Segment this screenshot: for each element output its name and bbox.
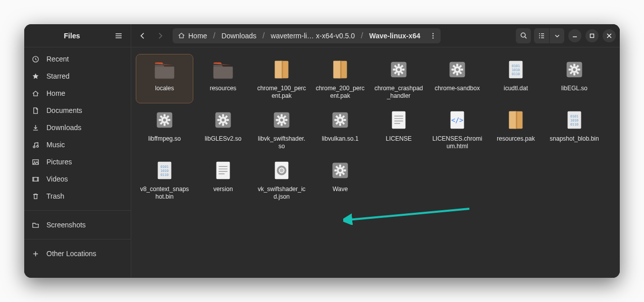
file-label: libffmpeg.so <box>148 135 181 150</box>
svg-rect-122 <box>344 169 346 171</box>
svg-rect-27 <box>393 69 396 71</box>
sidebar-item-starred[interactable]: Starred <box>24 68 131 85</box>
svg-rect-95 <box>339 124 341 126</box>
sidebar-item-recent[interactable]: Recent <box>24 50 131 68</box>
svg-rect-73 <box>222 124 224 126</box>
hamburger-button[interactable] <box>112 29 126 43</box>
file-item[interactable]: libGLESv2.so <box>195 105 251 153</box>
maximize-button[interactable] <box>585 29 599 42</box>
sidebar-item-label: Screenshots <box>46 221 86 229</box>
svg-rect-36 <box>456 73 458 76</box>
package-icon <box>328 57 352 82</box>
chevron-left-icon <box>139 32 146 39</box>
svg-point-7 <box>433 35 434 36</box>
minimize-button[interactable] <box>568 29 581 42</box>
sidebar-item-label: Recent <box>46 55 69 63</box>
gear-icon <box>562 57 586 82</box>
star-icon <box>31 72 39 80</box>
svg-rect-86 <box>276 119 279 121</box>
svg-rect-10 <box>591 34 594 37</box>
file-item[interactable]: 010110100110 icudtl.dat <box>488 54 544 103</box>
svg-rect-12 <box>213 67 233 78</box>
file-item[interactable]: resources <box>195 54 251 103</box>
sidebar-item-label: Trash <box>46 192 64 200</box>
breadcrumb-segment[interactable]: Downloads <box>217 28 261 43</box>
binary-icon: 010110100110 <box>504 57 528 82</box>
sidebar-item-label: Home <box>46 89 65 97</box>
chevron-down-icon <box>554 33 560 39</box>
file-item[interactable]: libffmpeg.so <box>136 105 193 153</box>
file-item[interactable]: Wave <box>312 155 368 204</box>
binary-icon: 010110100110 <box>152 158 177 183</box>
file-label: libvk_swiftshader.so <box>256 135 307 150</box>
file-item[interactable]: chrome_200_percent.pak <box>312 54 368 103</box>
sidebar-item-pictures[interactable]: Pictures <box>24 153 131 170</box>
file-item[interactable]: version <box>195 155 251 204</box>
svg-line-129 <box>348 209 469 220</box>
svg-point-2 <box>36 145 38 147</box>
file-area[interactable]: locales resources chrome_100_percent.pak… <box>131 47 620 278</box>
sidebar-item-trash[interactable]: Trash <box>24 188 131 205</box>
view-switcher <box>534 28 564 43</box>
close-button[interactable] <box>603 29 616 42</box>
file-item[interactable]: LICENSE <box>370 105 427 153</box>
sidebar-item-home[interactable]: Home <box>24 85 131 102</box>
file-item[interactable]: chrome_100_percent.pak <box>253 54 310 103</box>
breadcrumb-segment[interactable]: waveterm-li… x-x64-v0.5.0 <box>266 28 360 43</box>
svg-rect-32 <box>456 64 458 67</box>
file-item[interactable]: libEGL.so <box>546 54 603 103</box>
view-list-button[interactable] <box>534 28 549 43</box>
document-icon <box>31 106 39 114</box>
file-item[interactable]: chrome_crashpad_handler <box>370 54 427 103</box>
file-item[interactable]: libvulkan.so.1 <box>312 105 368 153</box>
svg-rect-34 <box>461 69 463 71</box>
breadcrumb-label: Wave-linux-x64 <box>369 32 420 40</box>
file-item[interactable]: resources.pak <box>488 105 544 153</box>
file-label: resources <box>210 85 237 100</box>
svg-rect-100 <box>392 111 406 129</box>
sidebar-item-screenshots[interactable]: Screenshots <box>24 216 131 233</box>
svg-rect-60 <box>168 119 171 121</box>
svg-rect-25 <box>398 73 400 76</box>
file-label: Wave <box>333 186 348 201</box>
plus-icon <box>31 250 39 258</box>
svg-point-1 <box>33 146 35 148</box>
files-window: Files Recent Starred Home Documents Down… <box>24 24 620 278</box>
breadcrumb-segment[interactable]: Wave-linux-x64 <box>364 28 425 43</box>
svg-rect-80 <box>281 114 283 117</box>
file-item[interactable]: 010110100110 snapshot_blob.bin <box>546 105 603 153</box>
hamburger-icon <box>115 32 123 40</box>
sidebar-item-videos[interactable]: Videos <box>24 170 131 188</box>
app-title: Files <box>32 32 112 40</box>
search-button[interactable] <box>516 28 531 43</box>
file-item[interactable]: 010110100110 v8_context_snapshot.bin <box>136 155 193 204</box>
forward-button[interactable] <box>152 28 168 43</box>
file-item[interactable]: </> LICENSES.chromium.html <box>429 105 486 153</box>
svg-point-66 <box>163 118 166 122</box>
file-label: libGLESv2.so <box>205 135 242 150</box>
sidebar-item-downloads[interactable]: Downloads <box>24 119 131 136</box>
sidebar-item-music[interactable]: Music <box>24 136 131 153</box>
file-item[interactable]: chrome-sandbox <box>429 54 486 103</box>
breadcrumb-segment[interactable]: Home <box>173 28 212 43</box>
sidebar-item-documents[interactable]: Documents <box>24 102 131 119</box>
file-label: version <box>213 186 233 201</box>
file-item[interactable]: locales <box>136 54 193 103</box>
back-button[interactable] <box>135 28 150 43</box>
svg-rect-91 <box>339 114 341 117</box>
view-dropdown-button[interactable] <box>549 28 564 43</box>
file-item[interactable]: libvk_swiftshader.so <box>253 105 310 153</box>
sidebar-item-other-locations[interactable]: Other Locations <box>24 245 131 262</box>
sidebar: Files Recent Starred Home Documents Down… <box>24 24 131 278</box>
sidebar-item-label: Videos <box>46 175 68 183</box>
package-icon <box>270 57 294 82</box>
file-item[interactable]: vk_swiftshader_icd.json <box>253 155 310 204</box>
download-icon <box>31 124 39 132</box>
svg-rect-120 <box>339 165 341 167</box>
home-icon <box>31 89 39 97</box>
path-menu-button[interactable] <box>425 28 441 43</box>
svg-text:0110: 0110 <box>160 173 169 177</box>
package-icon <box>504 108 528 132</box>
svg-rect-23 <box>402 69 405 71</box>
svg-rect-38 <box>452 69 454 71</box>
